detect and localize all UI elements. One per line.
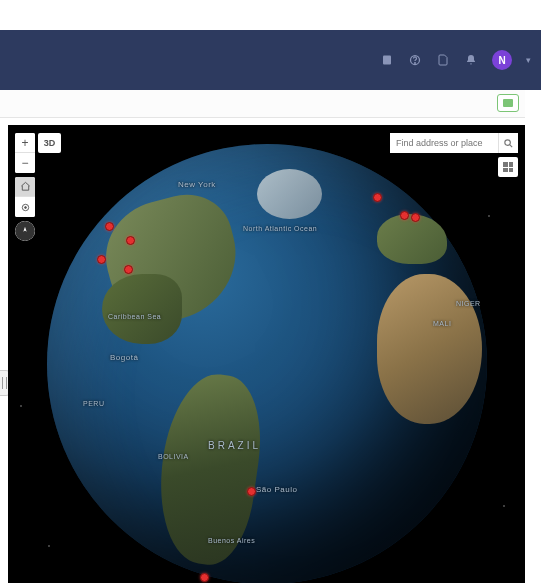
toggle-3d-button[interactable]: 3D <box>38 133 61 153</box>
notes-icon[interactable] <box>380 53 394 67</box>
map-marker[interactable] <box>124 265 133 274</box>
land-central-america <box>102 274 182 344</box>
map-marker[interactable] <box>247 487 256 496</box>
star <box>48 545 50 547</box>
search-button[interactable] <box>498 133 518 153</box>
address-search <box>390 133 518 153</box>
basemap-gallery-button[interactable] <box>498 157 518 177</box>
header-icon-row: N ▾ <box>380 50 531 70</box>
grid-icon <box>503 162 513 172</box>
help-icon[interactable] <box>408 53 422 67</box>
map-marker[interactable] <box>411 213 420 222</box>
user-avatar[interactable]: N <box>492 50 512 70</box>
globe-map[interactable]: New York North Atlantic Ocean Caribbean … <box>8 125 525 583</box>
locate-button[interactable] <box>15 197 35 217</box>
earth-globe[interactable] <box>47 144 487 583</box>
search-input[interactable] <box>390 133 498 153</box>
layer-icon <box>503 99 513 107</box>
nav-control <box>15 177 35 217</box>
star <box>488 215 490 217</box>
app-header: N ▾ <box>0 30 541 90</box>
top-spacer <box>0 0 541 30</box>
map-marker[interactable] <box>126 236 135 245</box>
land-europe <box>377 214 447 264</box>
map-marker[interactable] <box>400 211 409 220</box>
zoom-in-button[interactable]: + <box>15 133 35 153</box>
compass-button[interactable] <box>15 221 35 241</box>
zoom-control: + − <box>15 133 35 173</box>
layer-toggle-button[interactable] <box>497 94 519 112</box>
notifications-icon[interactable] <box>464 53 478 67</box>
land-south-america <box>149 368 270 569</box>
star <box>20 405 22 407</box>
map-marker[interactable] <box>373 193 382 202</box>
chevron-down-icon[interactable]: ▾ <box>526 55 531 65</box>
zoom-out-button[interactable]: − <box>15 153 35 173</box>
star <box>503 505 505 507</box>
document-icon[interactable] <box>436 53 450 67</box>
svg-point-4 <box>24 206 26 208</box>
land-africa <box>377 274 482 424</box>
svg-point-2 <box>415 63 416 64</box>
land-greenland <box>257 169 322 219</box>
map-marker[interactable] <box>97 255 106 264</box>
map-marker[interactable] <box>105 222 114 231</box>
map-marker[interactable] <box>200 573 209 582</box>
sub-toolbar <box>0 90 525 118</box>
home-extent-button[interactable] <box>15 177 35 197</box>
svg-rect-0 <box>383 56 391 65</box>
compass-control <box>15 221 35 241</box>
svg-point-5 <box>505 139 511 145</box>
